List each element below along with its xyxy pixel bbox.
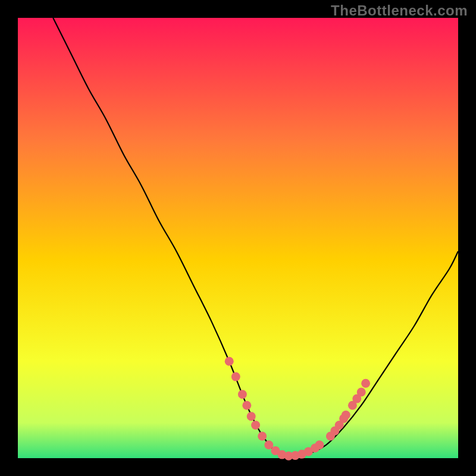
bottleneck-chart [0,0,476,476]
marker-dot [247,412,256,421]
chart-frame: { "watermark": "TheBottleneck.com", "plo… [0,0,476,476]
gradient-background [18,18,458,458]
marker-dot [258,432,267,441]
marker-dot [225,357,234,366]
marker-dot [242,401,251,410]
marker-dot [315,440,324,449]
marker-dot [357,388,366,397]
marker-dot [231,372,240,381]
marker-dot [251,421,260,430]
marker-dot [238,390,247,399]
marker-dot [342,411,350,419]
marker-dot [361,379,370,388]
watermark-text: TheBottleneck.com [331,2,468,19]
